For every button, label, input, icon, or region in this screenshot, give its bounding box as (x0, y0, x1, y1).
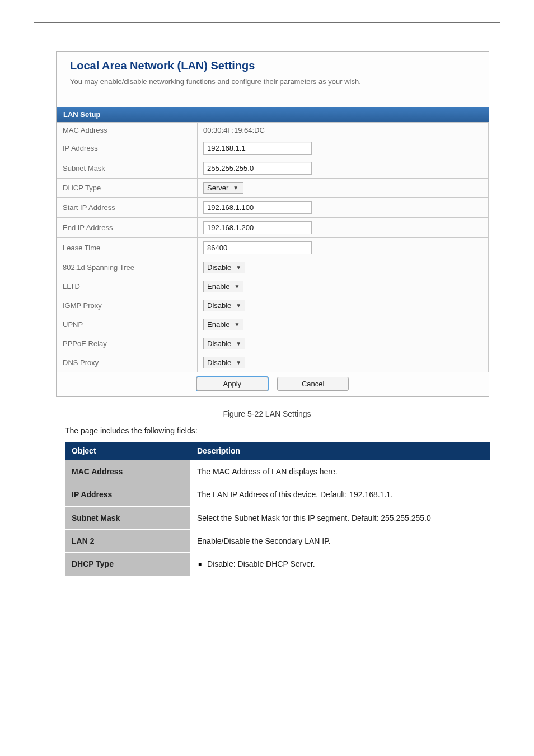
label-subnet-mask: Subnet Mask (57, 158, 198, 179)
label-dhcp-type: DHCP Type (57, 179, 198, 198)
cell-description: The LAN IP Address of this device. Defau… (190, 483, 490, 506)
cell-description: Enable/Disable the Secondary LAN IP. (190, 530, 490, 553)
cell-description: Select the Subnet Mask for this IP segme… (190, 506, 490, 529)
input-start-ip[interactable] (203, 201, 312, 214)
label-igmp-proxy: IGMP Proxy (57, 296, 198, 315)
figure-caption: Figure 5-22 LAN Settings (34, 409, 500, 418)
select-upnp[interactable]: Enable ▼ (203, 319, 243, 330)
label-start-ip: Start IP Address (57, 198, 198, 218)
apply-button[interactable]: Apply (196, 377, 268, 391)
cell-object: DHCP Type (65, 553, 190, 576)
chevron-down-icon: ▼ (236, 302, 241, 309)
chevron-down-icon: ▼ (234, 321, 240, 328)
input-ip-address[interactable] (203, 142, 312, 155)
select-igmp-proxy-value: Disable (207, 301, 231, 310)
input-lease-time[interactable] (203, 241, 312, 254)
cell-object: IP Address (65, 483, 190, 506)
label-end-ip: End IP Address (57, 218, 198, 238)
cancel-button[interactable]: Cancel (277, 377, 349, 391)
section-header-lan-setup: LAN Setup (57, 107, 489, 122)
chevron-down-icon: ▼ (233, 185, 238, 191)
cell-object: MAC Address (65, 460, 190, 483)
label-upnp: UPNP (57, 315, 198, 334)
select-pppoe-relay[interactable]: Disable ▼ (203, 338, 245, 349)
select-lltd-value: Enable (207, 282, 229, 291)
object-description-table: Object Description MAC Address The MAC A… (65, 442, 490, 576)
label-mac-address: MAC Address (57, 123, 198, 138)
table-row: IP Address The LAN IP Address of this de… (65, 483, 490, 506)
top-divider (34, 22, 500, 23)
bullet-icon: ■ (198, 561, 202, 569)
table-header-object: Object (65, 442, 190, 460)
select-spanning-tree[interactable]: Disable ▼ (203, 262, 245, 273)
panel-description: You may enable/disable networking functi… (70, 77, 417, 87)
select-dhcp-type-value: Server (207, 184, 228, 192)
select-lltd[interactable]: Enable ▼ (203, 281, 243, 292)
label-ip-address: IP Address (57, 138, 198, 158)
label-spanning-tree: 802.1d Spanning Tree (57, 258, 198, 277)
chevron-down-icon: ▼ (234, 283, 240, 290)
chevron-down-icon: ▼ (236, 360, 241, 366)
select-spanning-tree-value: Disable (207, 263, 231, 272)
chevron-down-icon: ▼ (236, 264, 241, 270)
label-lease-time: Lease Time (57, 238, 198, 258)
intro-text: The page includes the following fields: (65, 426, 500, 435)
cell-object: LAN 2 (65, 530, 190, 553)
table-row: Subnet Mask Select the Subnet Mask for t… (65, 506, 490, 529)
cell-description: ■ Disable: Disable DHCP Server. (190, 553, 490, 576)
input-end-ip[interactable] (203, 221, 312, 234)
select-igmp-proxy[interactable]: Disable ▼ (203, 300, 245, 311)
lan-settings-panel: Local Area Network (LAN) Settings You ma… (56, 51, 489, 397)
cell-object: Subnet Mask (65, 506, 190, 529)
select-dns-proxy[interactable]: Disable ▼ (203, 357, 245, 368)
select-dhcp-type[interactable]: Server ▼ (203, 182, 243, 194)
lan-setup-table: MAC Address 00:30:4F:19:64:DC IP Address… (57, 122, 489, 372)
chevron-down-icon: ▼ (236, 340, 241, 347)
table-row: MAC Address The MAC Address of LAN displ… (65, 460, 490, 483)
label-lltd: LLTD (57, 277, 198, 296)
bullet-text: Disable: Disable DHCP Server. (207, 558, 315, 570)
table-header-description: Description (190, 442, 490, 460)
value-mac-address: 00:30:4F:19:64:DC (198, 123, 489, 138)
panel-title: Local Area Network (LAN) Settings (70, 59, 475, 72)
select-pppoe-relay-value: Disable (207, 339, 231, 348)
label-dns-proxy: DNS Proxy (57, 353, 198, 372)
cell-description: The MAC Address of LAN displays here. (190, 460, 490, 483)
select-dns-proxy-value: Disable (207, 358, 231, 367)
select-upnp-value: Enable (207, 320, 229, 329)
input-subnet-mask[interactable] (203, 162, 312, 175)
table-row: DHCP Type ■ Disable: Disable DHCP Server… (65, 553, 490, 576)
table-row: LAN 2 Enable/Disable the Secondary LAN I… (65, 530, 490, 553)
label-pppoe-relay: PPPoE Relay (57, 334, 198, 353)
